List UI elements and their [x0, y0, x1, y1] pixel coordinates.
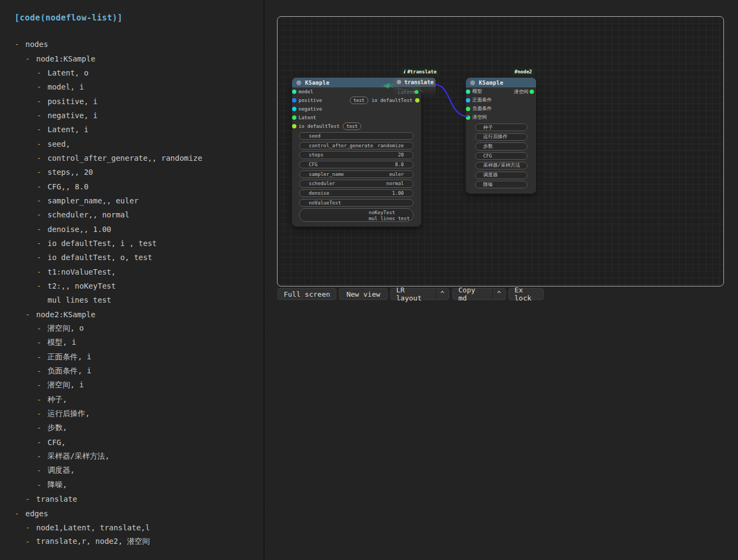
edge-translate-to-node2-latent — [436, 85, 468, 117]
list-dash: - — [37, 409, 48, 418]
input-port[interactable] — [466, 98, 470, 103]
list-item-text: 采样器/采样方法, — [48, 452, 110, 461]
list-dash: - — [37, 481, 48, 489]
input-port[interactable] — [466, 90, 470, 94]
widget-seed[interactable]: seed — [299, 132, 414, 140]
list-item: -降噪, — [0, 478, 263, 492]
list-item: -control_after_generate,, randomize — [0, 151, 263, 165]
collapse-dot-icon[interactable] — [470, 80, 475, 85]
list-item: -sampler_name,, euler — [0, 194, 263, 208]
widget-novaluetest[interactable]: noValueTest — [299, 199, 414, 207]
list-dash: - — [37, 69, 48, 77]
list-item-text: 运行后操作, — [48, 409, 90, 419]
list-item: -mul lines test — [0, 293, 263, 307]
node-graph-canvas[interactable]: KSample modelpositivenegativeLatentio de… — [277, 16, 724, 286]
list-dash: - — [37, 253, 48, 262]
input-port[interactable] — [292, 98, 296, 103]
lr-layout-label: LR layout — [391, 286, 436, 302]
widget----[interactable]: 调度器 — [475, 172, 527, 179]
input-port[interactable] — [292, 124, 296, 128]
widget-label: 种子 — [483, 124, 493, 131]
node1-output-badge: test — [350, 97, 368, 104]
panel-title: [code(nodeflow-list)] — [15, 13, 123, 23]
widget-control-after-generate[interactable]: control_after_generaterandomize — [299, 142, 414, 149]
list-dash: - — [37, 395, 48, 404]
widget-cfg[interactable]: CFG — [475, 152, 527, 160]
list-item: -Latent, o — [0, 66, 263, 80]
input-badge: test — [343, 122, 361, 130]
list-item-text: CFG, — [48, 438, 66, 447]
translate-header[interactable]: translate — [393, 78, 436, 87]
widget-label: 运行后操作 — [483, 133, 507, 140]
list-dash: - — [37, 282, 48, 290]
input-port[interactable] — [292, 115, 296, 120]
node2-output-port[interactable] — [530, 90, 534, 94]
node-translate[interactable]: translate Latent — [393, 78, 436, 98]
list-dash: - — [37, 381, 48, 390]
copy-md-label: Copy md — [453, 286, 492, 302]
widget------[interactable]: 运行后操作 — [475, 133, 527, 141]
input-label: 负面条件 — [472, 105, 492, 112]
caret-up-icon[interactable]: ^ — [492, 289, 505, 299]
widget-scheduler[interactable]: schedulernormal — [299, 180, 414, 187]
list-item: -translate — [0, 492, 263, 506]
list-dash: - — [15, 40, 25, 49]
list-item-text: 种子, — [48, 395, 67, 405]
widget-sampler-name[interactable]: sampler_nameeuler — [299, 170, 414, 178]
widget-label: 步数 — [483, 143, 493, 150]
widget---[interactable]: 降噪 — [475, 181, 527, 188]
widget-nokeytest-multiline[interactable]: noKeyTestmul lines test — [299, 208, 414, 222]
widget-label: 降噪 — [483, 181, 493, 188]
widget-value: 1.00 — [392, 190, 404, 196]
input-port[interactable] — [466, 107, 470, 111]
widget-denoise[interactable]: denoise1.00 — [299, 189, 414, 197]
widget-value: randomize — [377, 143, 404, 148]
list-item-text: Latent, o — [48, 69, 89, 77]
widget---------[interactable]: 采样器/采样方法 — [475, 162, 527, 169]
list-item-text: node2:KSample — [36, 310, 96, 319]
input-port[interactable] — [292, 90, 296, 94]
list-dash: - — [25, 523, 36, 532]
widget-label: noValueTest — [309, 200, 341, 206]
node1-output-port[interactable] — [415, 98, 419, 103]
new-view-label: New view — [341, 290, 386, 298]
list-dash: - — [25, 495, 36, 503]
list-item: -CFG, — [0, 435, 263, 449]
tag-translate: i#translate — [401, 68, 439, 76]
list-dash: - — [37, 324, 48, 333]
widget---[interactable]: 步数 — [475, 142, 527, 150]
input-port[interactable] — [292, 107, 296, 111]
tag-node2: #node2 — [512, 68, 535, 76]
list-dash: - — [37, 338, 48, 347]
copy-md-button[interactable]: Copy md ^ — [452, 288, 506, 300]
input-row: Latent — [292, 113, 421, 122]
node-node2-ksample[interactable]: KSample 模型正面条件负面条件潜空间 潜空间 种子运行后操作步数CFG采样… — [466, 78, 536, 194]
node1-output-label: io defaultTest — [371, 98, 412, 103]
ex-lock-label: Ex lock — [509, 286, 543, 302]
list-item-text: sampler_name,, euler — [48, 196, 139, 205]
node-node1-ksample[interactable]: KSample modelpositivenegativeLatentio de… — [292, 78, 421, 227]
panel-splitter[interactable] — [263, 0, 266, 560]
caret-up-icon[interactable]: ^ — [436, 289, 449, 299]
widget-steps[interactable]: steps20 — [299, 151, 414, 159]
new-view-button[interactable]: New view — [339, 288, 388, 300]
translate-body: Latent — [393, 87, 436, 98]
list-item: -seed, — [0, 136, 263, 151]
widget---[interactable]: 种子 — [475, 124, 527, 131]
node2-header[interactable]: KSample — [466, 78, 536, 87]
collapse-dot-icon[interactable] — [397, 80, 401, 84]
full-screen-button[interactable]: Full screen — [277, 288, 336, 300]
widget-cfg[interactable]: CFG8.0 — [299, 161, 414, 168]
list-dash: - — [37, 196, 48, 205]
list-item-text: 潜空间, o — [48, 324, 84, 333]
lr-layout-button[interactable]: LR layout ^ — [390, 288, 449, 300]
input-row: 潜空间 — [466, 113, 536, 122]
input-port[interactable] — [466, 115, 470, 120]
collapse-dot-icon[interactable] — [296, 80, 301, 85]
input-label: negative — [299, 106, 322, 112]
translate-latent-label: Latent — [398, 90, 416, 95]
list-dash: - — [37, 225, 48, 234]
ex-lock-button[interactable]: Ex lock — [509, 288, 544, 300]
translate-output-port[interactable] — [415, 90, 418, 94]
list-dash: - — [37, 140, 48, 148]
